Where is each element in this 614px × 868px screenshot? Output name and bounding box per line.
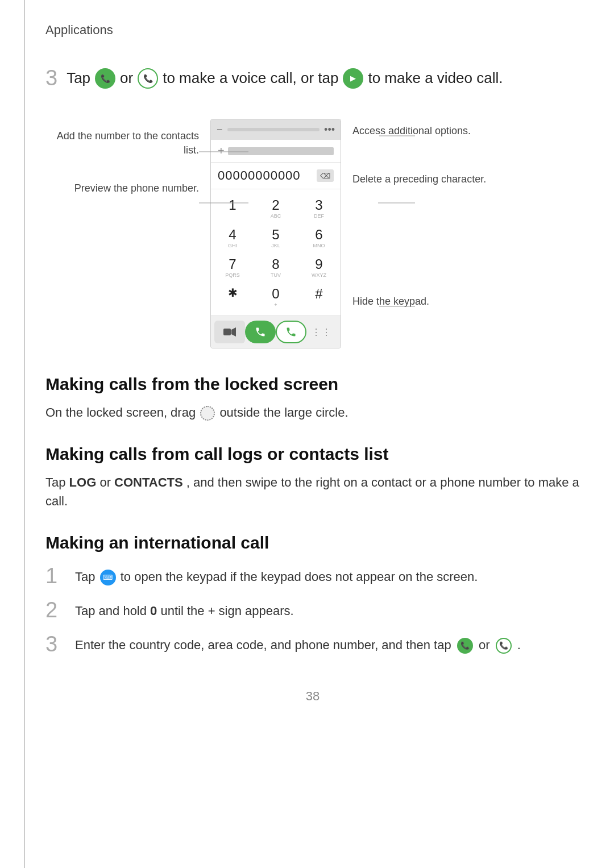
keypad-row-1: 1 2ABC 3DEF [211,194,341,222]
phone-mockup-wrapper: Add the number to the contacts list. Pre… [45,107,580,346]
keypad-row-3: 7PQRS 8TUV 9WXYZ [211,253,341,281]
annotation-add-number: Add the number to the contacts list. [45,129,199,157]
intl-step1-row: 1 Tap ⌨ to open the keypad if the keypad… [45,565,580,587]
key-5[interactable]: 5JKL [258,223,293,252]
step3-tap-text: Tap [67,69,90,87]
key-2[interactable]: 2ABC [258,194,293,222]
intl-step3-row: 3 Enter the country code, area code, and… [45,633,580,655]
page-number: 38 [45,689,580,704]
intl-step1-number: 1 [45,565,66,587]
key-3[interactable]: 3DEF [301,194,337,222]
international-heading: Making an international call [45,533,580,553]
hide-keypad-btn[interactable]: ⋮⋮ [306,321,337,343]
annotations-left: Add the number to the contacts list. Pre… [45,107,210,130]
annotation-delete-char: Delete a preceding character. [352,173,486,186]
phone-number-row: 00000000000 ⌫ [211,163,341,189]
svg-marker-1 [231,327,236,337]
intl-step2-text: Tap and hold 0 until the + sign appears. [75,599,580,620]
intl-step3-or: or [479,638,490,652]
phone-top-dots: ••• [324,124,335,136]
left-border [24,0,25,868]
call-logs-body: Tap LOG or CONTACTS , and then swipe to … [45,473,580,510]
step3-or1: or [120,69,133,87]
call-logs-heading: Making calls from call logs or contacts … [45,445,580,464]
key-star[interactable]: ✱ [215,283,250,311]
step3-voice-text: to make a voice call, or tap [163,69,338,87]
annotation-hide-keypad: Hide the keypad. [352,295,429,308]
intl-step3-end: . [517,638,521,652]
step3-number: 3 [45,66,57,90]
keypad-open-icon: ⌨ [100,570,116,585]
intl-step2-bold: 0 [150,604,157,618]
key-9[interactable]: 9WXYZ [301,253,337,281]
phone-add-contacts-row: + [211,140,341,163]
drag-circle-icon [200,406,215,421]
key-8[interactable]: 8TUV [258,253,293,281]
key-6[interactable]: 6MNO [301,223,337,252]
intl-step1-text: Tap ⌨ to open the keypad if the keypad d… [75,565,580,586]
log-label: LOG [69,475,97,489]
keypad-row-2: 4GHI 5JKL 6MNO [211,223,341,252]
keypad-row-4: ✱ 0+ # [211,283,341,311]
intl-step2-number: 2 [45,599,66,621]
key-7[interactable]: 7PQRS [215,253,250,281]
phone-add-plus-icon: + [218,144,225,157]
key-hash[interactable]: # [301,283,337,311]
phone-keypad: 1 2ABC 3DEF 4GHI 5JKL 6MNO 7PQRS 8TUV 9W… [211,189,341,315]
locked-screen-body: On the locked screen, drag outside the l… [45,403,580,422]
phone-add-line [228,147,334,155]
locked-screen-heading: Making calls from the locked screen [45,375,580,394]
intl-step3-green-icon: 📞 [457,638,473,654]
step3-phone-green-icon: 📞 [95,68,115,89]
phone-backspace-btn[interactable]: ⌫ [317,169,334,182]
intl-step3-number: 3 [45,633,66,655]
step3-intro-line: 3 Tap 📞 or 📞 to make a voice call, or ta… [45,66,580,90]
phone-keypad-mockup: − ••• + 00000000000 ⌫ 1 2ABC 3DEF [210,119,341,348]
key-0[interactable]: 0+ [258,283,293,311]
phone-action-row: ⋮⋮ [211,315,341,348]
annotations-right: Access additional options. Delete a prec… [341,107,489,119]
key-1[interactable]: 1 [215,194,250,222]
annotation-access-options: Access additional options. [352,124,471,138]
intl-step2-row: 2 Tap and hold 0 until the + sign appear… [45,599,580,621]
phone-number-display: 00000000000 [218,168,301,183]
call-logs-or: or [99,475,114,489]
phone-top-bar: − ••• [211,119,341,140]
voice-call-green-btn[interactable] [245,321,276,343]
video-call-btn[interactable] [214,321,245,343]
contacts-label: CONTACTS [114,475,183,489]
key-4[interactable]: 4GHI [215,223,250,252]
annotation-preview: Preview the phone number. [74,181,199,196]
intl-step3-text: Enter the country code, area code, and p… [75,633,580,654]
voice-call-outline-btn[interactable] [276,321,306,343]
step3-phone-outline-icon: 📞 [138,68,158,89]
phone-top-minus: − [217,124,223,136]
intl-step3-outline-icon: 📞 [496,638,512,654]
step3-video-icon: ▶ [343,68,363,89]
svg-rect-0 [223,329,231,335]
section-label: Applications [45,23,580,38]
step3-video-text: to make a video call. [368,69,503,87]
